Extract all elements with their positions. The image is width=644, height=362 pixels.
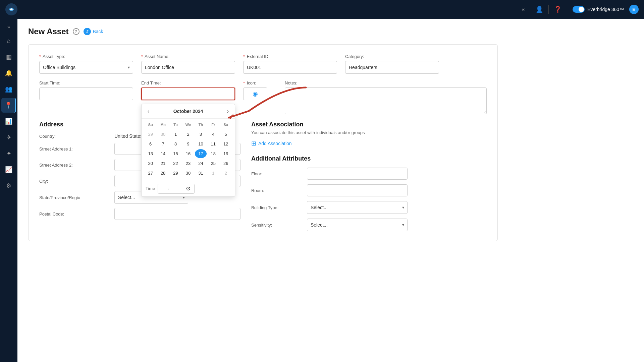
asset-name-group: * Asset Name:: [141, 54, 235, 74]
asset-type-label: * Asset Type:: [39, 54, 133, 59]
sidebar-item-home[interactable]: ⌂: [1, 34, 16, 48]
cal-day[interactable]: 23: [182, 159, 194, 168]
sensitivity-wrapper: Select... ▾: [307, 219, 408, 231]
sidebar-item-contacts[interactable]: 👥: [1, 82, 16, 97]
back-icon: ↺: [84, 28, 91, 35]
sensitivity-label: Sensitivity:: [251, 223, 302, 228]
cal-month-label: October 2024: [173, 109, 203, 114]
help-icon-btn[interactable]: ?: [73, 28, 79, 35]
back-button[interactable]: ↺ Back: [84, 28, 103, 35]
notes-textarea[interactable]: [285, 87, 487, 114]
time-picker[interactable]: [158, 184, 195, 194]
building-type-label: Building Type:: [251, 205, 302, 210]
cal-day[interactable]: 14: [157, 149, 169, 158]
divider2: [548, 5, 549, 14]
collapse-icon[interactable]: «: [522, 6, 525, 12]
add-association-button[interactable]: ⊞ Add Association: [251, 140, 487, 147]
content-row: Address Country: United States Street Ad…: [39, 121, 487, 231]
cal-day[interactable]: 12: [220, 139, 232, 148]
category-group: Category:: [345, 54, 439, 74]
cal-day[interactable]: 31: [195, 169, 207, 178]
start-time-input[interactable]: [39, 87, 133, 100]
cal-day[interactable]: 20: [145, 159, 156, 168]
room-input[interactable]: [307, 184, 408, 196]
asset-name-input[interactable]: [141, 61, 235, 74]
cal-day[interactable]: 30: [182, 169, 194, 178]
time-label: Time: [146, 186, 155, 191]
cal-day[interactable]: 6: [145, 139, 156, 148]
cal-day[interactable]: 4: [207, 130, 219, 139]
brand-name: Everbridge 360™: [587, 7, 624, 12]
cal-day[interactable]: 25: [207, 159, 219, 168]
cal-day[interactable]: 9: [182, 139, 194, 148]
external-id-input[interactable]: [243, 61, 337, 74]
cal-day[interactable]: 22: [170, 159, 181, 168]
asset-assoc-desc: You can associate this asset with indivi…: [251, 130, 487, 135]
end-time-label: End Time:: [141, 80, 235, 85]
sidebar-item-dashboard[interactable]: ▦: [1, 50, 16, 64]
cal-day[interactable]: 1: [207, 169, 219, 178]
start-time-group: Start Time:: [39, 80, 133, 100]
sidebar-item-analytics[interactable]: 📊: [1, 114, 16, 129]
sensitivity-select[interactable]: Select...: [307, 219, 408, 231]
cal-day[interactable]: 16: [182, 149, 194, 158]
sidebar-item-rules[interactable]: ✦: [1, 146, 16, 161]
cal-next-button[interactable]: ›: [225, 108, 231, 115]
help-icon[interactable]: ❓: [554, 6, 561, 13]
cal-day[interactable]: 17: [195, 149, 207, 158]
app-launcher-icon[interactable]: ⊞: [629, 5, 639, 14]
start-time-label: Start Time:: [39, 80, 133, 85]
end-time-group: End Time: ‹ October 2024 › Su Mo Tu: [141, 80, 235, 100]
topbar-right: « 👤 ❓ Everbridge 360™ ⊞: [522, 5, 639, 14]
cal-day[interactable]: 1: [170, 130, 181, 139]
icon-picker[interactable]: ◉: [243, 87, 267, 100]
end-time-input[interactable]: [141, 87, 235, 100]
postal-input[interactable]: [114, 208, 240, 220]
postal-label: Postal Code:: [39, 212, 106, 217]
sidebar-item-map[interactable]: 📍: [1, 98, 16, 113]
cal-day[interactable]: 13: [145, 149, 156, 158]
cal-day[interactable]: 11: [207, 139, 219, 148]
page-title: New Asset: [28, 27, 69, 36]
cal-day[interactable]: 29: [170, 169, 181, 178]
floor-input[interactable]: [307, 168, 408, 180]
cal-day[interactable]: 28: [157, 169, 169, 178]
asset-name-label: * Asset Name:: [141, 54, 235, 59]
cal-day[interactable]: 15: [170, 149, 181, 158]
cal-day[interactable]: 26: [220, 159, 232, 168]
cal-day[interactable]: 30: [157, 130, 169, 139]
icon-placeholder: ◉: [253, 90, 258, 98]
sidebar-item-reports[interactable]: 📈: [1, 162, 16, 177]
cal-day[interactable]: 21: [157, 159, 169, 168]
cal-day[interactable]: 5: [220, 130, 232, 139]
sidebar-expand[interactable]: »: [5, 21, 13, 32]
mode-toggle[interactable]: [573, 6, 585, 13]
everbridge-brand: Everbridge 360™: [573, 6, 624, 13]
cal-prev-button[interactable]: ‹: [146, 108, 151, 115]
cal-day[interactable]: 7: [157, 139, 169, 148]
cal-grid: Su Mo Tu We Th Fr Sa 2930123456789101112…: [142, 119, 235, 181]
cal-day[interactable]: 19: [220, 149, 232, 158]
cal-day[interactable]: 27: [145, 169, 156, 178]
cal-day[interactable]: 18: [207, 149, 219, 158]
cal-time-row: Time: [142, 181, 235, 196]
building-type-select[interactable]: Select...: [307, 201, 408, 214]
cal-day[interactable]: 2: [182, 130, 194, 139]
main-content: New Asset ? ↺ Back * Asset Type: Office …: [17, 19, 644, 362]
cal-day[interactable]: 24: [195, 159, 207, 168]
external-id-group: * External ID:: [243, 54, 337, 74]
cal-day[interactable]: 29: [145, 130, 156, 139]
sidebar-item-travel[interactable]: ✈: [1, 130, 16, 145]
notes-label: Notes:: [285, 80, 487, 85]
cal-day[interactable]: 3: [195, 130, 207, 139]
sidebar-item-settings[interactable]: ⚙: [1, 178, 16, 193]
user-icon[interactable]: 👤: [536, 6, 543, 13]
category-input[interactable]: [345, 61, 439, 74]
cal-day[interactable]: 2: [220, 169, 232, 178]
cal-day[interactable]: 10: [195, 139, 207, 148]
cal-day[interactable]: 8: [170, 139, 181, 148]
sidebar-item-alerts[interactable]: 🔔: [1, 66, 16, 80]
divider: [530, 5, 530, 14]
asset-assoc-title: Asset Association: [251, 121, 487, 128]
asset-type-select[interactable]: Office Buildings: [39, 61, 133, 74]
